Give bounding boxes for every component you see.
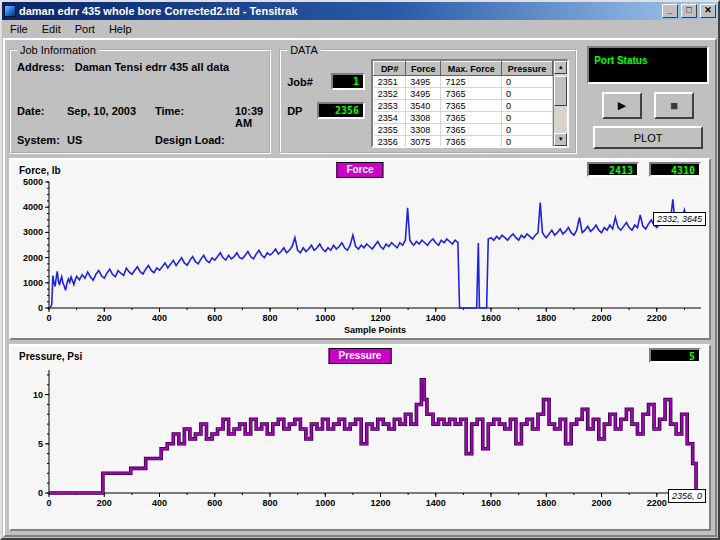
- cell: 7365: [441, 136, 502, 148]
- plot-button[interactable]: PLOT: [593, 126, 703, 149]
- cell: 0: [502, 112, 553, 124]
- date-label: Date:: [17, 105, 67, 129]
- force-axis-title: Force, lb: [19, 165, 61, 176]
- svg-text:1600: 1600: [481, 313, 501, 323]
- pressure-chart-canvas: 0200400600800100012001400160018002000220…: [11, 364, 709, 531]
- svg-text:800: 800: [263, 313, 278, 323]
- cell: 2351: [374, 76, 406, 88]
- svg-text:1000: 1000: [315, 313, 335, 323]
- job-information-title: Job Information: [17, 44, 99, 56]
- cell: 3495: [406, 76, 441, 88]
- force-chart-panel: Force, lb Force 2413 4310 02004006008001…: [9, 158, 711, 340]
- design-load-label: Design Load:: [155, 134, 235, 146]
- client-area: Job Information Address: Daman Tensi edr…: [3, 38, 717, 537]
- svg-text:0: 0: [38, 488, 43, 498]
- close-icon[interactable]: ✕: [700, 4, 716, 18]
- menu-edit[interactable]: Edit: [35, 22, 68, 36]
- svg-text:200: 200: [97, 498, 112, 508]
- svg-text:2000: 2000: [592, 313, 612, 323]
- table-row[interactable]: 2351 3495 7125 0: [374, 76, 553, 88]
- svg-text:1800: 1800: [536, 498, 556, 508]
- cell: 3075: [406, 136, 441, 148]
- cell: 0: [502, 76, 553, 88]
- svg-text:4000: 4000: [23, 202, 43, 212]
- svg-text:400: 400: [152, 313, 167, 323]
- pressure-axis-title: Pressure, Psi: [19, 351, 82, 362]
- port-status-display: Port Status: [587, 46, 709, 84]
- col-pressure[interactable]: Pressure: [502, 62, 553, 76]
- maximize-icon[interactable]: □: [681, 4, 697, 18]
- scroll-thumb[interactable]: [554, 76, 567, 106]
- table-row[interactable]: 2354 3308 7365 0: [374, 112, 553, 124]
- scroll-up-icon[interactable]: ▲: [554, 61, 567, 74]
- table-row[interactable]: 2355 3308 7365 0: [374, 124, 553, 136]
- svg-text:1000: 1000: [23, 278, 43, 288]
- scroll-down-icon[interactable]: ▼: [554, 133, 567, 146]
- svg-text:1600: 1600: [481, 498, 501, 508]
- port-status-label: Port Status: [594, 55, 647, 66]
- data-table: DP# Force Max. Force Pressure 2351 3495: [371, 59, 569, 148]
- col-dp[interactable]: DP#: [374, 62, 406, 76]
- scroll-track[interactable]: [554, 106, 567, 133]
- stop-button[interactable]: ■: [654, 92, 694, 119]
- svg-text:0: 0: [46, 313, 51, 323]
- svg-text:2200: 2200: [647, 313, 667, 323]
- cell: 3540: [406, 100, 441, 112]
- force-max-display: 4310: [649, 162, 701, 177]
- svg-text:800: 800: [263, 498, 278, 508]
- minimize-icon[interactable]: _: [662, 4, 678, 18]
- svg-text:600: 600: [207, 313, 222, 323]
- table-row[interactable]: 2356 3075 7365 0: [374, 136, 553, 148]
- dp-label: DP: [287, 105, 302, 117]
- menu-port[interactable]: Port: [68, 22, 102, 36]
- port-status-panel: Port Status ▶ ■ PLOT: [585, 44, 711, 154]
- cell: 3308: [406, 124, 441, 136]
- svg-text:200: 200: [97, 313, 112, 323]
- pressure-badge: Pressure: [329, 348, 392, 364]
- window-title: daman edrr 435 whole bore Corrected2.ttd…: [19, 5, 659, 17]
- menu-help[interactable]: Help: [102, 22, 139, 36]
- cell: 7365: [441, 100, 502, 112]
- force-badge: Force: [336, 162, 383, 178]
- svg-text:0: 0: [46, 498, 51, 508]
- svg-text:1000: 1000: [315, 498, 335, 508]
- start-button[interactable]: ▶: [602, 92, 642, 119]
- menu-file[interactable]: File: [3, 22, 35, 36]
- time-label: Time:: [155, 105, 235, 129]
- force-current-display: 2413: [587, 162, 639, 177]
- col-force[interactable]: Force: [406, 62, 441, 76]
- svg-text:Sample Points: Sample Points: [344, 325, 406, 335]
- stop-icon: ■: [670, 99, 678, 112]
- svg-text:1200: 1200: [371, 498, 391, 508]
- dp-display: 2356: [317, 102, 365, 119]
- address-value: Daman Tensi edrr 435 all data: [75, 61, 229, 73]
- table-row[interactable]: 2353 3540 7365 0: [374, 100, 553, 112]
- play-icon: ▶: [618, 100, 626, 111]
- design-load-value: [235, 134, 263, 146]
- svg-text:2200: 2200: [647, 498, 667, 508]
- table-row[interactable]: 2352 3495 7365 0: [374, 88, 553, 100]
- cell: 7365: [441, 124, 502, 136]
- svg-text:1800: 1800: [536, 313, 556, 323]
- app-window: daman edrr 435 whole bore Corrected2.ttd…: [0, 0, 720, 540]
- col-max-force[interactable]: Max. Force: [441, 62, 502, 76]
- cell: 3308: [406, 112, 441, 124]
- cell: 0: [502, 100, 553, 112]
- cell: 7365: [441, 112, 502, 124]
- data-panel-title: DATA: [287, 44, 321, 56]
- system-value: US: [67, 134, 155, 146]
- app-icon[interactable]: [4, 5, 16, 17]
- svg-text:600: 600: [207, 498, 222, 508]
- force-chart-canvas: 0200400600800100012001400160018002000220…: [11, 178, 709, 336]
- address-label: Address:: [17, 61, 65, 73]
- svg-text:5000: 5000: [23, 178, 43, 187]
- job-number-display: 1: [331, 73, 365, 90]
- svg-text:10: 10: [33, 390, 43, 400]
- svg-text:2000: 2000: [592, 498, 612, 508]
- job-information-panel: Job Information Address: Daman Tensi edr…: [9, 44, 271, 154]
- title-bar[interactable]: daman edrr 435 whole bore Corrected2.ttd…: [2, 2, 718, 20]
- cell: 2355: [374, 124, 406, 136]
- system-label: System:: [17, 134, 67, 146]
- table-scrollbar[interactable]: ▲ ▼: [553, 61, 567, 146]
- svg-text:2000: 2000: [23, 253, 43, 263]
